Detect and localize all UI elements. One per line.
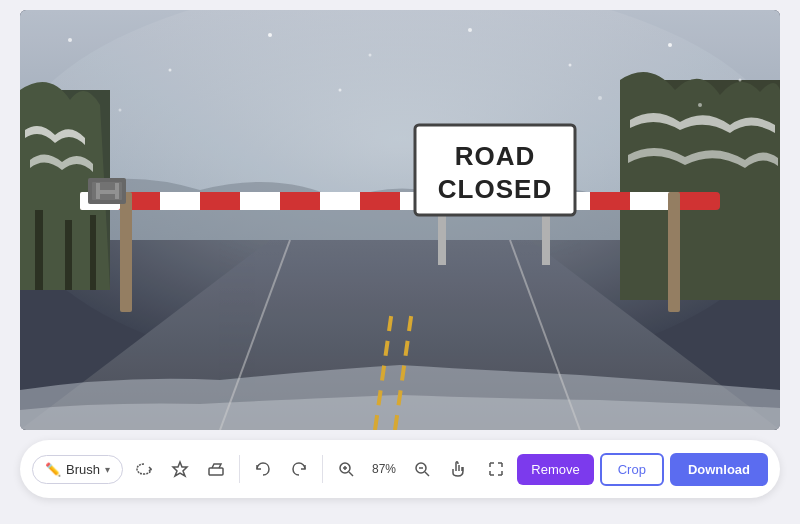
svg-point-30 [68, 38, 72, 42]
crop-button[interactable]: Crop [600, 453, 664, 486]
svg-rect-29 [20, 10, 780, 430]
lasso-tool[interactable] [129, 454, 159, 484]
image-area: ROAD CLOSED [20, 10, 780, 430]
svg-point-38 [119, 109, 122, 112]
zoom-out-button[interactable] [407, 454, 437, 484]
divider-1 [239, 455, 240, 483]
svg-point-34 [468, 28, 472, 32]
download-button[interactable]: Download [670, 453, 768, 486]
divider-2 [322, 455, 323, 483]
main-container: ROAD CLOSED ✏️ Brush ▾ [0, 0, 800, 524]
svg-point-36 [668, 43, 672, 47]
right-buttons: Remove Crop Download [517, 453, 768, 486]
expand-button[interactable] [485, 455, 507, 483]
brush-button[interactable]: ✏️ Brush ▾ [32, 455, 123, 484]
brush-label: Brush [66, 462, 100, 477]
svg-point-31 [169, 69, 172, 72]
zoom-value: 87% [367, 462, 401, 476]
svg-point-40 [339, 89, 342, 92]
svg-point-33 [369, 54, 372, 57]
zoom-in-button[interactable] [331, 454, 361, 484]
eraser-tool[interactable] [201, 454, 231, 484]
redo-button[interactable] [284, 454, 314, 484]
undo-button[interactable] [248, 454, 278, 484]
svg-point-39 [698, 103, 702, 107]
remove-button[interactable]: Remove [517, 454, 593, 485]
polygon-tool[interactable] [165, 454, 195, 484]
svg-rect-42 [209, 468, 223, 475]
pan-tool[interactable] [443, 454, 473, 484]
svg-point-35 [569, 64, 572, 67]
brush-icon: ✏️ [45, 462, 61, 477]
svg-point-37 [739, 79, 742, 82]
svg-point-32 [268, 33, 272, 37]
toolbar: ✏️ Brush ▾ [20, 440, 780, 498]
svg-point-41 [598, 96, 602, 100]
chevron-down-icon: ▾ [105, 464, 110, 475]
